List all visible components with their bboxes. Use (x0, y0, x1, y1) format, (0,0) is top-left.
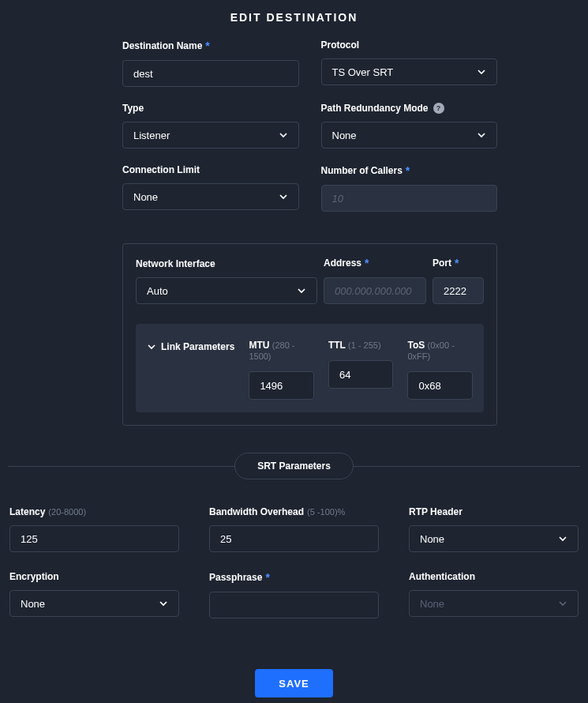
address-input[interactable] (324, 277, 426, 304)
required-star-icon: * (365, 257, 369, 269)
number-of-callers-input: 10 (321, 185, 498, 212)
label-destination-name: Destination Name * (122, 39, 299, 52)
encryption-select[interactable]: None (9, 590, 179, 617)
srt-section: SRT Parameters Latency (20-8000) Bandwid… (8, 453, 580, 618)
label-network-interface: Network Interface (136, 258, 317, 269)
rtp-header-select[interactable]: None (409, 525, 579, 552)
label-passphrase: Passphrase * (209, 571, 379, 584)
page-title: EDIT DESTINATION (0, 0, 588, 32)
label-tos: ToS (0x00 - 0xFF) (407, 340, 473, 362)
srt-parameters-title: SRT Parameters (234, 453, 354, 479)
label-bandwidth-overhead: Bandwidth Overhead (5 -100)% (209, 506, 379, 517)
field-encryption: Encryption None (9, 571, 179, 618)
field-network-interface: Network Interface Auto (136, 258, 317, 304)
field-tos: ToS (0x00 - 0xFF) (407, 340, 473, 400)
label-number-of-callers: Number of Callers * (321, 164, 498, 177)
save-button[interactable]: SAVE (255, 669, 332, 697)
srt-divider: SRT Parameters (8, 453, 580, 479)
label-address: Address * (324, 257, 426, 269)
chevron-down-icon (297, 286, 306, 295)
form-grid: Destination Name * Protocol TS Over SRT … (0, 32, 588, 212)
port-input[interactable] (433, 277, 484, 304)
link-parameters-panel: Link Parameters MTU (280 - 1500) TTL (1 … (136, 324, 484, 412)
mtu-input[interactable] (249, 371, 314, 400)
latency-input[interactable] (9, 525, 179, 552)
label-protocol: Protocol (321, 39, 498, 51)
field-mtu: MTU (280 - 1500) (249, 340, 314, 400)
divider-line (8, 466, 234, 467)
field-bandwidth-overhead: Bandwidth Overhead (5 -100)% (209, 506, 379, 552)
type-select[interactable]: Listener (122, 122, 299, 148)
label-rtp-header: RTP Header (409, 506, 579, 517)
chevron-down-icon (558, 534, 567, 543)
field-destination-name: Destination Name * (122, 39, 299, 87)
chevron-down-icon (159, 599, 168, 608)
label-encryption: Encryption (9, 571, 179, 582)
chevron-down-icon (477, 130, 486, 140)
chevron-down-icon (279, 130, 288, 140)
field-connection-limit: Connection Limit None (122, 164, 299, 212)
link-parameters-title: Link Parameters (161, 341, 234, 352)
label-latency: Latency (20-8000) (9, 506, 179, 517)
required-star-icon: * (265, 571, 269, 584)
destination-name-input[interactable] (122, 60, 299, 87)
field-authentication: Authentication None (409, 571, 579, 618)
passphrase-input[interactable] (209, 592, 379, 618)
label-mtu: MTU (280 - 1500) (249, 340, 314, 362)
network-panel: Network Interface Auto Address * Port * (122, 243, 497, 426)
label-path-redundancy: Path Redundancy Mode ? (321, 103, 498, 114)
required-star-icon: * (406, 164, 410, 177)
path-redundancy-select[interactable]: None (321, 122, 498, 148)
chevron-down-icon (147, 342, 156, 352)
save-area: SAVE (0, 669, 588, 697)
required-star-icon: * (205, 39, 209, 52)
authentication-select: None (409, 590, 579, 617)
chevron-down-icon (477, 67, 486, 77)
field-ttl: TTL (1 - 255) (328, 340, 394, 389)
label-ttl: TTL (1 - 255) (328, 340, 394, 351)
link-parameters-toggle[interactable]: Link Parameters (147, 340, 234, 352)
label-type: Type (122, 103, 299, 114)
field-address: Address * (324, 257, 426, 304)
protocol-select[interactable]: TS Over SRT (321, 58, 498, 85)
label-port: Port * (433, 257, 484, 269)
label-connection-limit: Connection Limit (122, 164, 299, 175)
field-latency: Latency (20-8000) (9, 506, 179, 552)
placeholder-text: 10 (332, 193, 343, 205)
field-type: Type Listener (122, 103, 299, 148)
field-port: Port * (433, 257, 484, 304)
chevron-down-icon (558, 599, 567, 608)
bandwidth-input[interactable] (209, 525, 379, 552)
field-passphrase: Passphrase * (209, 571, 379, 618)
tos-input[interactable] (407, 371, 473, 400)
ttl-input[interactable] (328, 360, 394, 389)
connection-limit-select[interactable]: None (122, 183, 299, 210)
network-interface-select[interactable]: Auto (136, 277, 317, 304)
field-protocol: Protocol TS Over SRT (321, 39, 498, 87)
field-rtp-header: RTP Header None (409, 506, 579, 552)
required-star-icon: * (455, 257, 459, 269)
label-authentication: Authentication (409, 571, 579, 582)
divider-line (354, 466, 580, 467)
chevron-down-icon (279, 192, 288, 201)
field-path-redundancy: Path Redundancy Mode ? None (321, 103, 498, 148)
help-icon[interactable]: ? (433, 103, 444, 114)
field-number-of-callers: Number of Callers * 10 (321, 164, 498, 212)
